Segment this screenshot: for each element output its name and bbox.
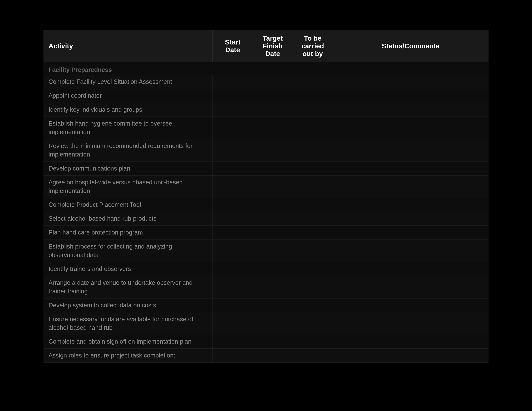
target-finish-cell[interactable] bbox=[253, 276, 293, 298]
start-date-cell[interactable] bbox=[213, 335, 253, 349]
status-cell[interactable] bbox=[333, 75, 488, 89]
status-cell[interactable] bbox=[333, 335, 488, 349]
table-row: Select alcohol-based hand rub products bbox=[44, 212, 488, 226]
status-cell[interactable] bbox=[333, 240, 488, 262]
carried-out-cell[interactable] bbox=[293, 212, 333, 226]
status-cell[interactable] bbox=[333, 161, 488, 175]
table-row: Appoint coordinator bbox=[44, 89, 488, 103]
activity-cell: Establish process for collecting and ana… bbox=[44, 240, 213, 262]
table-row: Develop system to collect data on costs bbox=[44, 298, 488, 312]
section-header-facility: Facility Preparedness bbox=[44, 62, 488, 75]
status-cell[interactable] bbox=[333, 312, 488, 335]
status-cell[interactable] bbox=[333, 212, 488, 226]
activity-cell: Agree on hospital-wide versus phased uni… bbox=[44, 175, 213, 198]
activity-cell: Plan hand care protection program bbox=[44, 226, 213, 240]
carried-out-cell[interactable] bbox=[293, 117, 333, 139]
target-finish-cell[interactable] bbox=[253, 335, 293, 349]
start-date-cell[interactable] bbox=[213, 198, 253, 212]
carried-out-cell[interactable] bbox=[293, 161, 333, 175]
table-row: Arrange a date and venue to undertake ob… bbox=[44, 276, 488, 298]
target-finish-cell[interactable] bbox=[253, 175, 293, 198]
carried-out-cell[interactable] bbox=[293, 75, 333, 89]
start-date-cell[interactable] bbox=[213, 175, 253, 198]
start-date-cell[interactable] bbox=[213, 312, 253, 335]
table-body: Facility Preparedness Complete Facility … bbox=[44, 62, 488, 363]
target-finish-cell[interactable] bbox=[253, 226, 293, 240]
table-row: Complete Facility Level Situation Assess… bbox=[44, 75, 488, 89]
header-start-date: Start Date bbox=[213, 30, 253, 62]
start-date-cell[interactable] bbox=[213, 240, 253, 262]
activity-cell: Arrange a date and venue to undertake ob… bbox=[44, 276, 213, 298]
table-row: Develop communications plan bbox=[44, 161, 488, 175]
status-cell[interactable] bbox=[333, 262, 488, 276]
start-date-cell[interactable] bbox=[213, 139, 253, 161]
status-cell[interactable] bbox=[333, 175, 488, 198]
start-date-cell[interactable] bbox=[213, 75, 253, 89]
status-cell[interactable] bbox=[333, 298, 488, 312]
status-cell[interactable] bbox=[333, 198, 488, 212]
target-finish-cell[interactable] bbox=[253, 161, 293, 175]
target-finish-cell[interactable] bbox=[253, 103, 293, 117]
carried-out-cell[interactable] bbox=[293, 349, 333, 363]
table-row: Identify trainers and observers bbox=[44, 262, 488, 276]
carried-out-cell[interactable] bbox=[293, 276, 333, 298]
section-title-facility: Facility Preparedness bbox=[44, 62, 488, 75]
status-cell[interactable] bbox=[333, 226, 488, 240]
start-date-cell[interactable] bbox=[213, 103, 253, 117]
status-cell[interactable] bbox=[333, 139, 488, 161]
start-date-cell[interactable] bbox=[213, 349, 253, 363]
target-finish-cell[interactable] bbox=[253, 262, 293, 276]
status-cell[interactable] bbox=[333, 103, 488, 117]
table-row: Ensure necessary funds are available for… bbox=[44, 312, 488, 335]
carried-out-cell[interactable] bbox=[293, 139, 333, 161]
target-finish-cell[interactable] bbox=[253, 75, 293, 89]
target-finish-cell[interactable] bbox=[253, 240, 293, 262]
activity-cell: Assign roles to ensure project task comp… bbox=[44, 349, 213, 363]
start-date-cell[interactable] bbox=[213, 276, 253, 298]
status-cell[interactable] bbox=[333, 117, 488, 139]
target-finish-cell[interactable] bbox=[253, 117, 293, 139]
activity-cell: Develop communications plan bbox=[44, 161, 213, 175]
start-date-cell[interactable] bbox=[213, 212, 253, 226]
table-row: Plan hand care protection program bbox=[44, 226, 488, 240]
carried-out-cell[interactable] bbox=[293, 240, 333, 262]
carried-out-cell[interactable] bbox=[293, 298, 333, 312]
target-finish-cell[interactable] bbox=[253, 89, 293, 103]
carried-out-cell[interactable] bbox=[293, 103, 333, 117]
start-date-cell[interactable] bbox=[213, 117, 253, 139]
target-finish-cell[interactable] bbox=[253, 198, 293, 212]
activity-cell: Identify key individuals and groups bbox=[44, 103, 213, 117]
carried-out-cell[interactable] bbox=[293, 226, 333, 240]
status-cell[interactable] bbox=[333, 276, 488, 298]
start-date-cell[interactable] bbox=[213, 226, 253, 240]
carried-out-cell[interactable] bbox=[293, 175, 333, 198]
activity-table: Activity Start Date Target Finish Date T… bbox=[44, 30, 488, 363]
activity-cell: Establish hand hygiene committee to over… bbox=[44, 117, 213, 139]
activity-cell: Complete Product Placement Tool bbox=[44, 198, 213, 212]
status-cell[interactable] bbox=[333, 349, 488, 363]
header-activity: Activity bbox=[44, 30, 213, 62]
start-date-cell[interactable] bbox=[213, 262, 253, 276]
table-row: Review the minimum recommended requireme… bbox=[44, 139, 488, 161]
target-finish-cell[interactable] bbox=[253, 139, 293, 161]
carried-out-cell[interactable] bbox=[293, 335, 333, 349]
table-row: Assign roles to ensure project task comp… bbox=[44, 349, 488, 363]
status-cell[interactable] bbox=[333, 89, 488, 103]
header-carried-out: To be carried out by bbox=[293, 30, 333, 62]
target-finish-cell[interactable] bbox=[253, 212, 293, 226]
activity-cell: Complete and obtain sign off on implemen… bbox=[44, 335, 213, 349]
carried-out-cell[interactable] bbox=[293, 312, 333, 335]
activity-cell: Develop system to collect data on costs bbox=[44, 298, 213, 312]
target-finish-cell[interactable] bbox=[253, 312, 293, 335]
start-date-cell[interactable] bbox=[213, 298, 253, 312]
start-date-cell[interactable] bbox=[213, 89, 253, 103]
carried-out-cell[interactable] bbox=[293, 89, 333, 103]
target-finish-cell[interactable] bbox=[253, 349, 293, 363]
target-finish-cell[interactable] bbox=[253, 298, 293, 312]
table-row: Agree on hospital-wide versus phased uni… bbox=[44, 175, 488, 198]
start-date-cell[interactable] bbox=[213, 161, 253, 175]
activity-cell: Appoint coordinator bbox=[44, 89, 213, 103]
carried-out-cell[interactable] bbox=[293, 262, 333, 276]
table-row: Establish hand hygiene committee to over… bbox=[44, 117, 488, 139]
carried-out-cell[interactable] bbox=[293, 198, 333, 212]
